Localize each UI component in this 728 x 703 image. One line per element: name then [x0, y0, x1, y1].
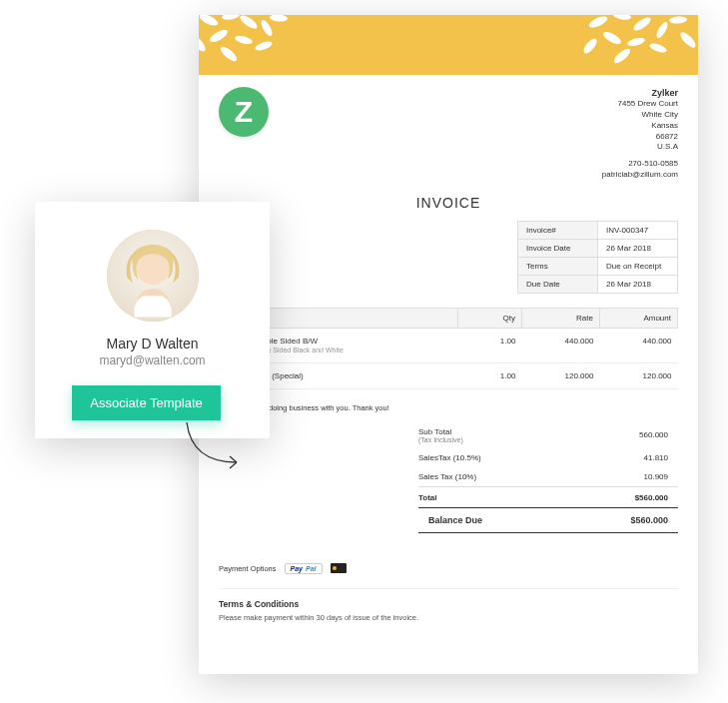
total-value: $560.000	[564, 486, 678, 507]
company-addr-line: Kansas	[602, 121, 678, 132]
svg-point-12	[632, 15, 653, 33]
svg-point-4	[208, 28, 229, 45]
item-qty: 1.00	[457, 328, 521, 362]
contact-email: maryd@walten.com	[53, 353, 252, 367]
totals-block: Sub Total (Tax Inclusive) 560.000 SalesT…	[418, 422, 678, 533]
invoice-body: Z Zylker 7455 Drew Court White City Kans…	[199, 75, 698, 638]
svg-point-5	[234, 34, 253, 45]
invoice-header-band	[199, 15, 698, 75]
arrow-icon	[182, 417, 252, 476]
svg-point-11	[613, 15, 632, 21]
payment-options-label: Payment Options	[219, 564, 277, 573]
line-item-row: Card Design (Special) 1.00 120.000 120.0…	[220, 362, 678, 388]
svg-point-15	[626, 36, 645, 47]
company-name: Zylker	[602, 87, 678, 99]
balance-label: Balance Due	[418, 507, 564, 532]
line-items-table: Description Qty Rate Amount Design Doubl…	[219, 308, 678, 389]
subtotal-value: 560.000	[564, 422, 678, 448]
svg-point-16	[581, 37, 599, 56]
logo-letter: Z	[235, 95, 253, 129]
svg-point-18	[612, 47, 632, 66]
svg-point-19	[669, 16, 688, 25]
line-item-row: Design Double Sided B/W Design Double Si…	[220, 328, 678, 362]
company-email: patriciab@zillum.com	[602, 170, 678, 181]
item-rate: 440.000	[521, 328, 599, 362]
leaf-decor-right	[578, 15, 698, 75]
company-addr-line: White City	[602, 110, 678, 121]
item-rate: 120.000	[521, 362, 599, 388]
svg-point-6	[199, 35, 208, 54]
meta-row: TermsDue on Receipt	[518, 257, 678, 275]
svg-point-8	[219, 45, 239, 64]
invoice-document: Z Zylker 7455 Drew Court White City Kans…	[199, 15, 698, 674]
svg-point-20	[678, 30, 698, 50]
associate-template-button[interactable]: Associate Template	[72, 385, 221, 420]
total-label: Total	[418, 486, 564, 507]
svg-point-9	[270, 15, 289, 22]
company-addr-line: 7455 Drew Court	[602, 99, 678, 110]
company-logo: Z	[219, 87, 269, 137]
svg-point-1	[222, 15, 241, 21]
document-title: INVOICE	[219, 195, 678, 211]
terms-heading: Terms & Conditions	[219, 588, 678, 609]
subtotal-sublabel: (Tax Inclusive)	[418, 436, 554, 443]
item-amount: 440.000	[599, 328, 677, 362]
tax1-label: SalesTax (10.5%)	[418, 448, 564, 467]
svg-point-13	[654, 20, 669, 39]
tax1-value: 41.810	[564, 448, 678, 467]
svg-point-3	[259, 18, 274, 37]
subtotal-label: Sub Total	[418, 427, 554, 436]
item-amount: 120.000	[599, 362, 677, 388]
meta-row: Invoice#INV-000347	[518, 221, 678, 239]
leaf-decor-left	[199, 15, 309, 75]
col-rate: Rate	[521, 308, 599, 328]
thank-you-text: was wonderful doing business with you. T…	[219, 403, 678, 412]
tax2-value: 10.909	[564, 467, 678, 487]
svg-point-10	[587, 15, 609, 30]
svg-point-0	[199, 15, 220, 28]
meta-row: Invoice Date26 Mar 2018	[518, 239, 678, 257]
invoice-meta-table: Invoice#INV-000347 Invoice Date26 Mar 20…	[517, 221, 678, 294]
item-qty: 1.00	[457, 362, 521, 388]
meta-row: Due Date26 Mar 2018	[518, 275, 678, 293]
company-phone: 270-510-0585	[602, 159, 678, 170]
contact-name: Mary D Walten	[53, 336, 252, 352]
paypal-icon: PayPal	[285, 563, 323, 574]
terms-text: Please make payment within 30 days of is…	[219, 613, 678, 622]
company-addr-line: 66872	[602, 132, 678, 143]
svg-point-2	[239, 15, 260, 31]
tax2-label: Sales Tax (10%)	[418, 467, 564, 487]
svg-point-7	[254, 40, 273, 53]
payment-options: Payment Options PayPal	[219, 563, 678, 574]
col-amount: Amount	[599, 308, 677, 328]
svg-point-14	[601, 30, 622, 47]
balance-value: $560.000	[564, 507, 678, 532]
company-address-block: Zylker 7455 Drew Court White City Kansas…	[602, 87, 678, 181]
col-qty: Qty	[457, 308, 521, 328]
company-addr-line: U.S.A	[602, 142, 678, 153]
contact-card: Mary D Walten maryd@walten.com Associate…	[35, 202, 270, 438]
svg-point-17	[648, 42, 667, 55]
avatar	[107, 230, 199, 322]
credit-card-icon	[331, 563, 347, 573]
